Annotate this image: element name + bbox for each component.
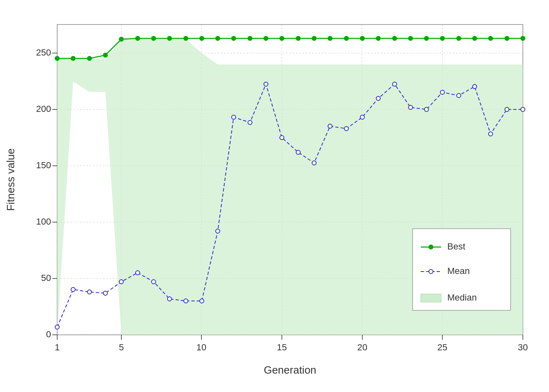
best-point <box>264 36 268 40</box>
mean-point <box>473 85 477 89</box>
mean-point <box>200 299 204 303</box>
mean-point <box>71 287 75 292</box>
mean-point <box>55 325 59 329</box>
legend-median-label: Median <box>447 292 477 303</box>
best-point <box>473 36 477 40</box>
legend-median-icon <box>421 294 441 302</box>
best-point <box>280 36 284 40</box>
legend-best-icon <box>429 245 433 249</box>
best-point <box>424 36 428 40</box>
best-point <box>248 36 252 40</box>
best-point <box>232 36 236 40</box>
best-point <box>55 56 59 60</box>
best-point <box>216 36 220 40</box>
mean-point <box>119 280 123 284</box>
mean-point <box>152 280 156 284</box>
best-point <box>103 53 107 57</box>
best-point <box>87 56 92 60</box>
legend-mean-icon <box>429 270 433 274</box>
y-tick-label: 150 <box>36 160 51 170</box>
best-point <box>457 36 461 40</box>
best-point <box>152 36 156 40</box>
chart-container: 1 5 10 15 20 25 30 0 50 100 150 200 250 <box>0 0 549 392</box>
x-tick-label: 15 <box>277 342 287 352</box>
mean-point <box>280 136 284 140</box>
mean-point <box>216 229 220 233</box>
mean-point <box>184 299 188 303</box>
mean-point <box>360 115 364 119</box>
mean-point <box>440 90 444 94</box>
legend-mean-label: Mean <box>447 266 470 276</box>
best-point <box>296 36 300 40</box>
y-tick-label: 100 <box>36 216 51 227</box>
best-point <box>344 36 348 40</box>
mean-point <box>103 291 107 295</box>
mean-point <box>264 82 268 86</box>
mean-point <box>489 132 493 136</box>
mean-point <box>87 290 92 294</box>
best-point <box>489 36 493 40</box>
best-point <box>167 36 172 40</box>
best-point <box>136 36 140 40</box>
best-point <box>360 36 364 40</box>
x-tick-label: 5 <box>119 342 124 352</box>
mean-point <box>232 115 236 119</box>
mean-point <box>521 107 525 111</box>
legend-best-label: Best <box>447 241 465 252</box>
mean-point <box>296 150 300 154</box>
x-tick-label: 20 <box>357 342 367 352</box>
best-point <box>393 36 397 40</box>
best-point <box>440 36 444 40</box>
best-point <box>376 36 380 40</box>
best-point <box>505 36 509 40</box>
best-point <box>408 36 413 40</box>
fitness-chart: 1 5 10 15 20 25 30 0 50 100 150 200 250 <box>0 0 549 392</box>
mean-point <box>408 105 413 109</box>
y-tick-label: 0 <box>46 329 51 339</box>
x-axis-label: Generation <box>264 364 317 376</box>
y-tick-label: 200 <box>36 104 51 114</box>
x-tick-label: 30 <box>518 342 528 352</box>
best-point <box>328 36 332 40</box>
best-point <box>200 36 204 40</box>
best-point <box>71 56 75 60</box>
best-point <box>184 36 188 40</box>
mean-point <box>505 107 509 111</box>
best-point <box>312 36 316 40</box>
mean-point <box>376 96 380 100</box>
mean-point <box>248 120 252 125</box>
x-tick-label: 1 <box>55 342 60 352</box>
mean-point <box>136 271 140 275</box>
mean-point <box>393 82 397 86</box>
x-tick-label: 10 <box>196 342 206 352</box>
best-point <box>521 36 525 40</box>
mean-point <box>424 107 428 111</box>
mean-point <box>167 297 172 301</box>
x-tick-label: 25 <box>437 342 447 352</box>
best-point <box>119 37 123 41</box>
mean-point <box>344 127 348 131</box>
mean-point <box>328 124 332 128</box>
y-axis-label: Fitness value <box>4 148 17 211</box>
y-tick-label: 250 <box>36 47 51 58</box>
mean-point <box>312 161 316 165</box>
mean-point <box>457 94 461 98</box>
y-tick-label: 50 <box>41 273 51 283</box>
